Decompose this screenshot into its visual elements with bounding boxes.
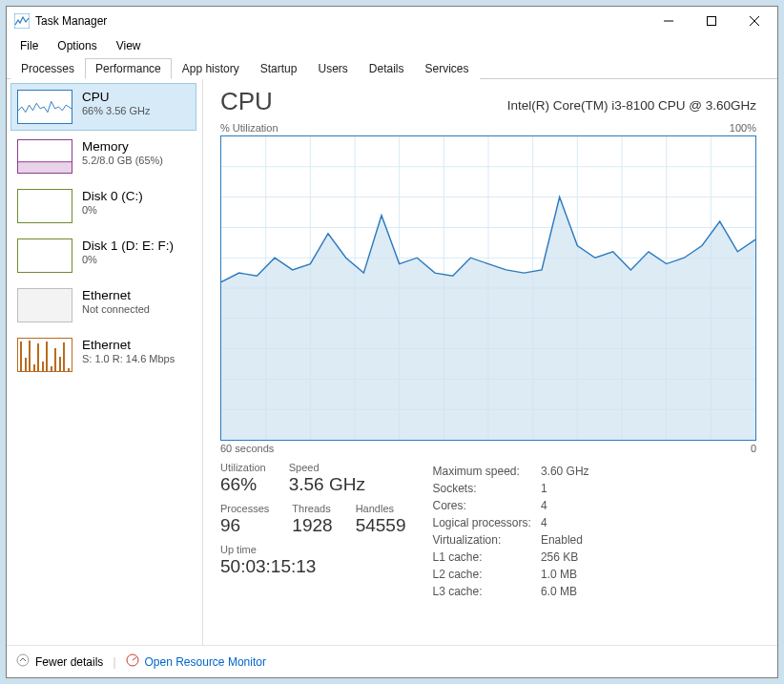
minimize-button[interactable] [647,8,690,34]
sidebar-item-label: Disk 0 (C:) [82,189,143,203]
menu-options[interactable]: Options [48,37,106,54]
svg-point-28 [17,654,29,666]
ethernet-thumb [17,288,72,322]
sidebar-item-sub: Not connected [82,303,150,315]
ethernet-thumb [17,338,72,372]
processes-value: 96 [220,515,269,536]
uptime-label: Up time [220,544,405,555]
threads-value: 1928 [292,515,332,536]
main-panel: CPU Intel(R) Core(TM) i3-8100 CPU @ 3.60… [203,79,777,645]
sidebar-item-memory[interactable]: Memory 5.2/8.0 GB (65%) [10,133,196,180]
sidebar-item-sub: 0% [82,254,174,265]
x-axis-left: 60 seconds [220,443,274,454]
tab-users[interactable]: Users [307,58,358,79]
task-manager-window: Task Manager File Options View Processes… [6,6,778,678]
menubar: File Options View [7,35,777,56]
sidebar-item-label: CPU [82,90,151,104]
svg-rect-2 [707,17,715,26]
sidebar-item-label: Memory [82,139,163,154]
disk-thumb [17,238,72,273]
handles-label: Handles [356,503,406,514]
memory-thumb [17,139,72,174]
menu-view[interactable]: View [107,37,151,54]
uptime-value: 50:03:15:13 [220,556,405,577]
cpu-utilization-chart[interactable] [220,135,756,441]
resource-monitor-icon [126,653,139,670]
tab-processes[interactable]: Processes [10,58,85,79]
tabs: Processes Performance App history Startu… [7,56,777,79]
task-manager-icon [14,13,30,29]
sidebar-item-disk0[interactable]: Disk 0 (C:) 0% [10,182,196,230]
svg-rect-0 [14,13,30,29]
sidebar-item-label: Ethernet [82,338,175,352]
speed-label: Speed [289,462,365,473]
tab-services[interactable]: Services [415,58,480,79]
sidebar: CPU 66% 3.56 GHz Memory 5.2/8.0 GB (65%)… [7,79,203,645]
fewer-details-link[interactable]: Fewer details [35,655,103,669]
menu-file[interactable]: File [10,37,48,54]
cpu-properties: Maximum speed:3.60 GHz Sockets:1 Cores:4… [430,462,598,601]
chevron-up-icon [16,653,30,670]
y-axis-label: % Utilization [220,122,279,134]
maximize-button[interactable] [690,8,732,34]
statusbar: Fewer details | Open Resource Monitor [7,645,777,677]
content: CPU 66% 3.56 GHz Memory 5.2/8.0 GB (65%)… [7,79,777,645]
x-axis-right: 0 [751,443,756,454]
sidebar-item-sub: S: 1.0 R: 14.6 Mbps [82,353,175,364]
y-axis-max: 100% [730,122,756,134]
handles-value: 54559 [356,515,406,536]
sidebar-item-sub: 5.2/8.0 GB (65%) [82,155,163,166]
sidebar-item-label: Ethernet [82,288,150,302]
threads-label: Threads [292,503,332,514]
sidebar-item-sub: 0% [82,204,143,216]
sidebar-item-ethernet-0[interactable]: Ethernet Not connected [10,281,196,329]
utilization-value: 66% [220,474,266,495]
tab-app-history[interactable]: App history [172,58,250,79]
utilization-label: Utilization [220,462,266,473]
sidebar-item-disk1[interactable]: Disk 1 (D: E: F:) 0% [10,232,196,280]
page-title: CPU [220,87,273,116]
cpu-model: Intel(R) Core(TM) i3-8100 CPU @ 3.60GHz [507,98,756,113]
window-title: Task Manager [35,14,107,28]
sidebar-item-sub: 66% 3.56 GHz [82,105,151,116]
titlebar: Task Manager [7,7,777,35]
processes-label: Processes [220,503,269,514]
svg-rect-5 [18,162,72,173]
tab-performance[interactable]: Performance [85,58,172,79]
disk-thumb [17,189,72,223]
sidebar-item-label: Disk 1 (D: E: F:) [82,238,174,253]
cpu-thumb [17,90,72,124]
sidebar-item-ethernet-1[interactable]: Ethernet S: 1.0 R: 14.6 Mbps [10,331,196,379]
speed-value: 3.56 GHz [289,474,365,495]
sidebar-item-cpu[interactable]: CPU 66% 3.56 GHz [10,83,196,131]
open-resource-monitor-link[interactable]: Open Resource Monitor [145,655,266,669]
tab-details[interactable]: Details [359,58,415,79]
tab-startup[interactable]: Startup [250,58,308,79]
svg-line-30 [133,657,136,660]
close-button[interactable] [732,8,775,34]
